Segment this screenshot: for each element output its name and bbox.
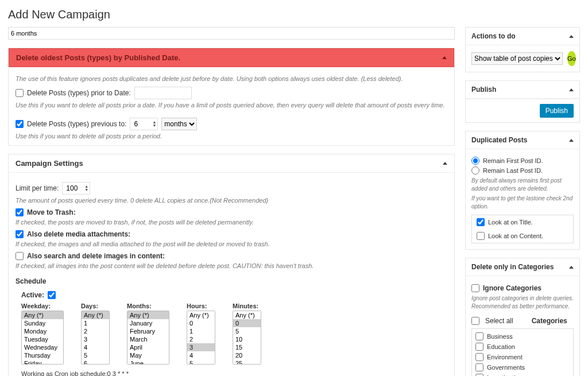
previous-number-input[interactable] bbox=[131, 119, 152, 129]
go-button[interactable]: Go bbox=[567, 51, 576, 66]
duplicated-posts-panel: Duplicated Posts Remain First Post ID. R… bbox=[465, 131, 580, 250]
previous-unit-select[interactable]: months bbox=[161, 118, 197, 130]
categories-list[interactable]: BusinessEducationEnvironmentGovernmentsI… bbox=[471, 328, 574, 376]
select-option[interactable]: Friday bbox=[22, 359, 63, 365]
days-select[interactable]: Any (*)1234567 bbox=[81, 311, 110, 365]
select-option[interactable]: 0 bbox=[187, 319, 215, 327]
delete-oldest-header[interactable]: Delete oldest Posts (types) by Published… bbox=[9, 48, 454, 67]
select-option[interactable]: 4 bbox=[187, 351, 215, 359]
cat-title: Delete only in Categories bbox=[471, 263, 554, 271]
select-option[interactable]: 2 bbox=[82, 327, 109, 335]
select-option[interactable]: 1 bbox=[187, 327, 215, 335]
previous-checkbox[interactable] bbox=[16, 120, 24, 128]
actions-select[interactable]: Show table of post copies bbox=[471, 52, 563, 65]
select-option[interactable]: 4 bbox=[82, 343, 109, 351]
lookat-content-checkbox[interactable] bbox=[477, 232, 485, 240]
collapse-icon bbox=[569, 139, 574, 142]
weekday-select[interactable]: Any (*)SundayMondayTuesdayWednesdayThurs… bbox=[21, 311, 64, 365]
select-option[interactable]: Tuesday bbox=[22, 335, 63, 343]
schedule-grid: Weekday: Any (*)SundayMondayTuesdayWedne… bbox=[21, 303, 447, 365]
prior-date-checkbox[interactable] bbox=[16, 89, 24, 97]
months-col: Months: Any (*)JanuaryFebruaryMarchApril… bbox=[127, 303, 169, 365]
category-item: Education bbox=[475, 342, 570, 352]
category-checkbox[interactable] bbox=[475, 374, 483, 376]
actions-panel: Actions to do Show table of post copies … bbox=[465, 27, 580, 72]
limit-spinner[interactable]: ▲▼ bbox=[62, 182, 90, 195]
trash-label: Move to Trash: bbox=[27, 208, 76, 216]
select-option[interactable]: February bbox=[127, 327, 169, 335]
days-header: Days: bbox=[81, 303, 110, 309]
campaign-settings-header[interactable]: Campaign Settings bbox=[9, 154, 454, 173]
active-checkbox[interactable] bbox=[48, 291, 56, 299]
spinner-arrows-icon[interactable]: ▲▼ bbox=[152, 121, 156, 127]
dup-lookat-box: Look at on Title. Look at on Content. bbox=[471, 215, 574, 243]
minutes-select[interactable]: Any (*)051015202530 bbox=[233, 311, 261, 365]
publish-button[interactable]: Publish bbox=[540, 104, 574, 118]
select-option[interactable]: 2 bbox=[187, 335, 215, 343]
ignore-categories-checkbox[interactable] bbox=[471, 284, 479, 292]
media-checkbox[interactable] bbox=[16, 230, 24, 238]
category-checkbox[interactable] bbox=[475, 353, 483, 361]
select-option[interactable]: June bbox=[127, 359, 169, 365]
publish-header[interactable]: Publish bbox=[466, 81, 579, 99]
campaign-name-input[interactable] bbox=[8, 27, 455, 40]
category-checkbox[interactable] bbox=[475, 332, 483, 340]
previous-row: Delete Posts (types) previous to: ▲▼ mon… bbox=[16, 118, 447, 130]
select-option[interactable]: Any (*) bbox=[127, 311, 169, 319]
select-option[interactable]: 5 bbox=[187, 359, 215, 365]
prior-date-label: Delete Posts (types) prior to Date: bbox=[27, 89, 131, 97]
category-checkbox[interactable] bbox=[475, 343, 483, 351]
category-checkbox[interactable] bbox=[475, 363, 483, 371]
select-option[interactable]: 0 bbox=[233, 319, 261, 327]
select-option[interactable]: 15 bbox=[233, 343, 261, 351]
select-option[interactable]: Any (*) bbox=[82, 311, 109, 319]
select-option[interactable]: Any (*) bbox=[22, 311, 63, 319]
dup-header[interactable]: Duplicated Posts bbox=[466, 131, 579, 149]
remain-first-radio[interactable] bbox=[471, 157, 479, 165]
select-option[interactable]: Any (*) bbox=[233, 311, 261, 319]
publish-title: Publish bbox=[471, 86, 496, 94]
cat-header[interactable]: Delete only in Categories bbox=[466, 258, 579, 276]
select-option[interactable]: 1 bbox=[82, 319, 109, 327]
select-option[interactable]: Any (*) bbox=[187, 311, 215, 319]
select-all-checkbox[interactable] bbox=[471, 317, 479, 325]
select-option[interactable]: 10 bbox=[233, 335, 261, 343]
imgcontent-checkbox[interactable] bbox=[16, 252, 24, 260]
actions-header[interactable]: Actions to do bbox=[466, 28, 579, 45]
select-option[interactable]: 3 bbox=[82, 335, 109, 343]
select-option[interactable]: 6 bbox=[82, 359, 109, 365]
months-select[interactable]: Any (*)JanuaryFebruaryMarchAprilMayJuneJ… bbox=[127, 311, 169, 365]
select-option[interactable]: Sunday bbox=[22, 319, 63, 327]
category-item: Investigative bbox=[475, 373, 570, 376]
select-option[interactable]: 3 bbox=[187, 343, 215, 351]
select-option[interactable]: May bbox=[127, 351, 169, 359]
select-option[interactable]: 25 bbox=[233, 359, 261, 365]
select-option[interactable]: March bbox=[127, 335, 169, 343]
active-label: Active: bbox=[21, 291, 44, 299]
cron-link[interactable]: Cron bbox=[55, 370, 68, 376]
select-option[interactable]: Thursday bbox=[22, 351, 63, 359]
remain-last-radio[interactable] bbox=[471, 166, 479, 175]
select-option[interactable]: 5 bbox=[233, 327, 261, 335]
collapse-icon bbox=[569, 266, 574, 269]
select-option[interactable]: April bbox=[127, 343, 169, 351]
spinner-arrows-icon[interactable]: ▲▼ bbox=[84, 185, 88, 192]
select-option[interactable]: Monday bbox=[22, 327, 63, 335]
category-label: Governments bbox=[487, 364, 525, 371]
imgcontent-row: Also search and delete images in content… bbox=[16, 252, 447, 260]
select-option[interactable]: 20 bbox=[233, 351, 261, 359]
campaign-settings-title: Campaign Settings bbox=[16, 159, 83, 168]
select-option[interactable]: January bbox=[127, 319, 169, 327]
previous-number-spinner[interactable]: ▲▼ bbox=[130, 118, 158, 130]
limit-input[interactable] bbox=[64, 183, 84, 193]
trash-checkbox[interactable] bbox=[16, 208, 24, 216]
category-label: Environment bbox=[487, 354, 523, 361]
prior-date-input[interactable] bbox=[134, 87, 192, 99]
main-column: Delete oldest Posts (types) by Published… bbox=[8, 27, 455, 376]
collapse-icon bbox=[569, 35, 574, 38]
lookat-title-checkbox[interactable] bbox=[477, 218, 485, 226]
select-option[interactable]: 5 bbox=[82, 351, 109, 359]
category-item: Business bbox=[475, 331, 570, 342]
select-option[interactable]: Wednesday bbox=[22, 343, 63, 351]
hours-select[interactable]: Any (*)0123456 bbox=[187, 311, 215, 365]
